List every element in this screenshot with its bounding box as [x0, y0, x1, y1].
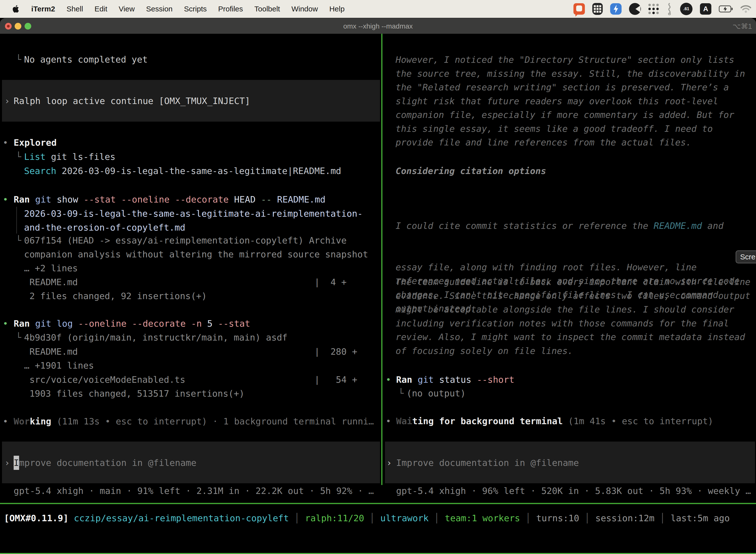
paragraph-line: companion file, especially if more comme… [396, 108, 745, 122]
omx-version: [OMX#0.11.9] [4, 513, 74, 523]
tree-corner: └ [398, 386, 404, 400]
paragraph-line: However, I noticed the "Directory Struct… [396, 53, 745, 67]
explored-list-line: List git ls-files [24, 150, 115, 164]
omx-turns: turns:10 [536, 513, 579, 523]
model-status-line-left: gpt-5.4 xhigh · main · 91% left · 2.31M … [14, 484, 374, 498]
menu-item-help[interactable]: Help [329, 5, 345, 13]
pane-divider-vertical[interactable] [381, 34, 382, 485]
menu-item-iterm2[interactable]: iTerm2 [31, 5, 55, 13]
flags-token: --oneline --decorate [78, 319, 191, 329]
paragraph-line: essay file, along with finding root file… [396, 260, 740, 274]
battery-meter-61-icon[interactable]: .61 [680, 3, 693, 15]
cmd-token: log [57, 319, 78, 329]
working-status-line: Working (11m 13s • esc to interrupt) · 1… [14, 414, 374, 428]
iterm2-window: omx --xhigh --madmax ⌥⌘1 └ No agents com… [0, 18, 756, 554]
git-log-output-1: 4b9d30f (origin/main, instructkr/main, m… [24, 330, 288, 344]
paragraph-line: this single essay, it seems like a good … [396, 122, 745, 136]
input-placeholder: mprove documentation in @filename [19, 458, 196, 468]
menu-items: iTerm2 Shell Edit View Session Scripts P… [31, 5, 344, 13]
git-show-file-line2: and-the-erosion-of-copyleft.md [24, 220, 185, 234]
wifi-icon[interactable] [740, 5, 752, 13]
pacman-icon[interactable] [629, 3, 641, 15]
menu-item-window[interactable]: Window [292, 5, 318, 13]
pane-divider-horizontal[interactable] [0, 503, 756, 504]
working-shimmer-dim: Wor [14, 416, 30, 427]
separator: │ [579, 513, 595, 523]
waiting-status-line: Waiting for background terminal (1m 41s … [396, 414, 713, 428]
tmux-session-window[interactable]: [omx-cczip0:bash* [4, 553, 95, 554]
omx-branch-path: cczip/essay/ai-reimplementation-copyleft [74, 513, 289, 523]
search-args: 2026-03-09-is-legal-the-same-as-legitima… [62, 166, 341, 176]
menu-item-profiles[interactable]: Profiles [218, 5, 243, 13]
omx-ralph-counter: ralph:11/20 [305, 513, 364, 523]
shield-grid-icon[interactable] [592, 3, 603, 15]
bullet-green: • [386, 373, 391, 387]
git-show-stat-1: README.md | 4 + [24, 275, 346, 289]
git-log-stat-3: 1903 files changed, 513517 insertions(+) [24, 386, 245, 401]
tree-corner: └ [16, 330, 21, 344]
input-text-right[interactable]: Improve documentation in @filename [396, 456, 579, 470]
omx-ultrawork-badge: ultrawork [380, 513, 429, 523]
bullet: • [3, 135, 8, 150]
tree-corner: └ [16, 52, 21, 66]
ralph-banner-text: Ralph loop active continue [OMX_TMUX_INJ… [14, 94, 250, 108]
menu-item-edit[interactable]: Edit [94, 5, 107, 13]
paragraph-text: I could cite commit statistics or refere… [396, 221, 653, 231]
squiggle-icon[interactable] [666, 3, 673, 15]
agents-note: No agents completed yet [24, 52, 148, 66]
git-show-output-2: companion analysis without altering the … [24, 247, 368, 261]
terminal-area: └ No agents completed yet › Ralph loop a… [0, 34, 756, 554]
battery-charging-icon[interactable] [719, 5, 733, 12]
git-log-stat-1: README.md | 280 + [24, 344, 358, 359]
explored-title: Explored [14, 135, 57, 150]
readme-link[interactable]: README.md [653, 221, 702, 231]
paragraph-line: including verification notes with those … [396, 317, 750, 330]
bullet-green: • [3, 317, 8, 331]
separator: │ [289, 513, 305, 523]
flags-token: --stat --oneline --decorate [83, 195, 234, 205]
apple-menu-icon[interactable] [12, 4, 21, 14]
reasoning-paragraph-3: The team guideline is to back every impo… [396, 275, 750, 358]
input-source-a-icon[interactable]: A [700, 3, 711, 15]
git-show-more-lines[interactable]: … +2 lines [24, 261, 78, 275]
cmd-token: show [57, 195, 83, 205]
menu-item-scripts[interactable]: Scripts [184, 5, 207, 13]
screenshot-app-icon[interactable] [573, 3, 585, 15]
block-cursor: I [14, 456, 19, 470]
title-bar[interactable]: omx --xhigh --madmax ⌥⌘1 [0, 18, 756, 34]
input-text-left[interactable]: Improve documentation in @filename [14, 456, 196, 470]
tree-guide-line [16, 207, 17, 233]
waiting-shimmer-bright: ting for background terminal [412, 416, 563, 426]
omx-status-line: [OMX#0.11.9] cczip/essay/ai-reimplementa… [4, 511, 730, 525]
screen: iTerm2 Shell Edit View Session Scripts P… [0, 0, 756, 554]
ran-label: Ran [14, 319, 35, 329]
count-token: 5 [207, 319, 218, 329]
menu-item-toolbelt[interactable]: Toolbelt [254, 5, 280, 13]
git-status-command-line: Ran git status --short [396, 373, 514, 387]
tree-corner: └ [16, 233, 21, 247]
paragraph-line: might be acceptable alongside the file l… [396, 302, 750, 317]
paragraph-line: the "Related research writing" section i… [396, 80, 745, 94]
paragraph-line: provide file and line references from th… [396, 135, 745, 150]
cmd-token: status [439, 375, 477, 385]
paragraph-line: review. Also, I might want to inspect th… [396, 330, 750, 344]
spark-badge-icon[interactable] [610, 3, 622, 15]
menu-item-shell[interactable]: Shell [66, 5, 83, 13]
paragraph-line: I could cite commit statistics or refere… [396, 219, 740, 233]
menu-item-view[interactable]: View [119, 5, 135, 13]
reasoning-heading: Considering citation options [396, 164, 546, 178]
git-log-more-lines[interactable]: … +1901 lines [24, 358, 94, 373]
menu-item-session[interactable]: Session [146, 5, 173, 13]
git-show-command-line: Ran git show --stat --oneline --decorate… [14, 192, 325, 207]
screen-indicator-tooltip[interactable]: Scre [736, 251, 756, 263]
git-status-output: (no output) [406, 386, 465, 400]
git-token: git [35, 195, 57, 205]
reasoning-paragraph-1: However, I noticed the "Directory Struct… [396, 53, 745, 150]
input-prompt-chevron: › [386, 456, 392, 470]
window-title: omx --xhigh --madmax [0, 19, 756, 34]
omx-team-workers: team:1 workers [445, 513, 520, 523]
n-flag-token: -n [191, 319, 207, 329]
head-token: HEAD [234, 195, 261, 205]
flags-token: --stat [218, 319, 250, 329]
dots-grid-icon[interactable] [648, 4, 659, 14]
